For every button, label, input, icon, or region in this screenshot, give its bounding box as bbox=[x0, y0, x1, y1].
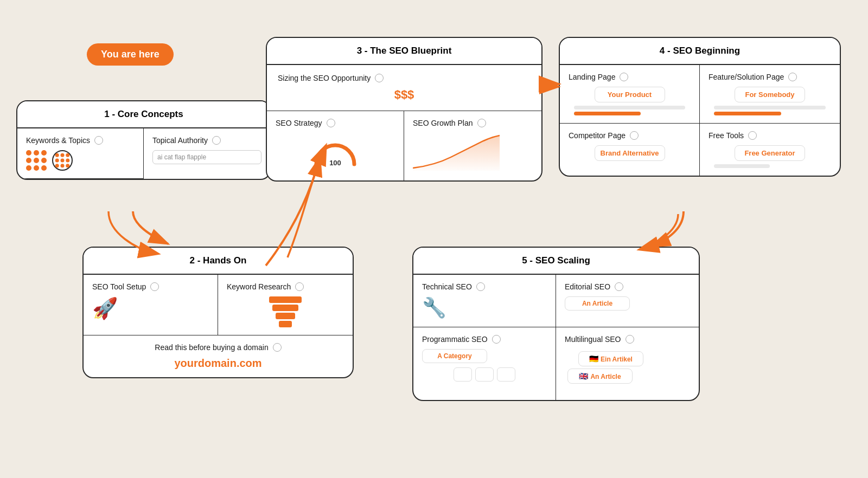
cell-topical: Topical Authority ai cat flap flapple bbox=[144, 128, 270, 179]
sizing-value: $$$ bbox=[278, 88, 531, 102]
growth-chart bbox=[413, 133, 533, 173]
free-tools-value: Free Generator bbox=[735, 145, 805, 161]
strategy-label: SEO Strategy bbox=[276, 119, 322, 127]
cell-landing: Landing Page Your Product bbox=[560, 65, 700, 124]
topical-input[interactable]: ai cat flap flapple bbox=[152, 150, 261, 164]
wrench-icon: 🔧 bbox=[422, 296, 547, 319]
cell-strategy: SEO Strategy 100 bbox=[267, 111, 404, 180]
cell-sizing: Sizing the SEO Opportunity $$$ bbox=[267, 65, 541, 111]
keywords-check bbox=[94, 136, 103, 145]
topical-check bbox=[212, 136, 221, 145]
domain-check bbox=[273, 343, 282, 352]
cell-keywords: Keywords & Topics bbox=[17, 128, 144, 179]
card-seo-blueprint: 3 - The SEO Blueprint Sizing the SEO Opp… bbox=[266, 37, 542, 182]
rocket-icon: 🚀 bbox=[92, 296, 209, 320]
sizing-check bbox=[375, 74, 384, 82]
cell-competitor: Competitor Page Brand Alternative bbox=[560, 124, 700, 176]
feature-value: For Somebody bbox=[735, 87, 805, 102]
technical-check bbox=[476, 282, 485, 291]
competitor-check bbox=[630, 131, 639, 140]
competitor-label: Competitor Page bbox=[569, 131, 626, 140]
card-core-concepts: 1 - Core Concepts Keywords & Topics bbox=[16, 100, 271, 180]
editorial-value: An Article bbox=[565, 296, 630, 311]
seo-tool-label: SEO Tool Setup bbox=[92, 282, 146, 291]
card4-title: 4 - SEO Beginning bbox=[560, 38, 840, 65]
cat-box-1 bbox=[454, 367, 472, 382]
keywords-label: Keywords & Topics bbox=[26, 136, 90, 145]
gauge-icon: 100 bbox=[276, 133, 395, 171]
programmatic-check bbox=[492, 335, 501, 344]
cell-multilingual: Multilingual SEO 🇩🇪Ein Artikel 🇬🇧An Arti… bbox=[556, 327, 699, 400]
multilingual-label: Multilingual SEO bbox=[565, 335, 621, 344]
programmatic-label: Programmatic SEO bbox=[422, 335, 488, 344]
strategy-check bbox=[327, 119, 335, 127]
english-flag: 🇬🇧 bbox=[579, 372, 588, 380]
funnel-icon bbox=[227, 296, 344, 327]
multilingual-value1: 🇩🇪Ein Artikel bbox=[578, 351, 643, 366]
card1-title: 1 - Core Concepts bbox=[17, 101, 270, 128]
competitor-value: Brand Alternative bbox=[595, 145, 665, 161]
free-tools-label: Free Tools bbox=[709, 131, 744, 140]
cell-technical: Technical SEO 🔧 bbox=[413, 275, 556, 327]
circle-dot-grid bbox=[52, 150, 73, 171]
feature-line1 bbox=[714, 106, 826, 109]
seo-tool-check bbox=[150, 282, 159, 291]
cat-box-3 bbox=[497, 367, 515, 382]
card-seo-scaling: 5 - SEO Scaling Technical SEO 🔧 Editoria… bbox=[412, 247, 700, 401]
free-tools-check bbox=[748, 131, 757, 140]
free-tools-line bbox=[714, 164, 770, 168]
card-hands-on: 2 - Hands On SEO Tool Setup 🚀 Keyword Re… bbox=[82, 247, 354, 378]
cell-growth: SEO Growth Plan bbox=[404, 111, 541, 180]
multilingual-value2: 🇬🇧An Article bbox=[567, 369, 633, 384]
feature-line2 bbox=[714, 112, 781, 115]
growth-check bbox=[477, 119, 486, 127]
programmatic-value: A Category bbox=[422, 349, 487, 363]
feature-check bbox=[788, 73, 797, 81]
landing-check bbox=[620, 73, 628, 81]
sizing-label: Sizing the SEO Opportunity bbox=[278, 74, 371, 82]
cell-programmatic: Programmatic SEO A Category bbox=[413, 327, 556, 400]
landing-value: Your Product bbox=[595, 87, 665, 102]
svg-text:100: 100 bbox=[329, 159, 341, 167]
card3-title: 3 - The SEO Blueprint bbox=[267, 38, 541, 65]
multilingual-check bbox=[626, 335, 634, 344]
cat-box-2 bbox=[475, 367, 494, 382]
landing-label: Landing Page bbox=[569, 73, 615, 81]
card5-title: 5 - SEO Scaling bbox=[413, 248, 699, 275]
you-are-here-badge: You are here bbox=[87, 43, 174, 66]
card-seo-beginning: 4 - SEO Beginning Landing Page Your Prod… bbox=[559, 37, 841, 177]
topical-label: Topical Authority bbox=[152, 136, 208, 145]
domain-value: yourdomain.com bbox=[92, 357, 344, 370]
german-flag: 🇩🇪 bbox=[589, 354, 598, 363]
keyword-research-label: Keyword Research bbox=[227, 282, 291, 291]
landing-line1 bbox=[574, 106, 685, 109]
domain-label: Read this before buying a domain bbox=[155, 343, 268, 352]
cell-editorial: Editorial SEO An Article bbox=[556, 275, 699, 327]
category-boxes bbox=[422, 367, 547, 382]
landing-line2 bbox=[574, 112, 641, 115]
cell-feature: Feature/Solution Page For Somebody bbox=[700, 65, 840, 124]
multilingual-stack: 🇩🇪Ein Artikel 🇬🇧An Article bbox=[565, 349, 690, 392]
feature-label: Feature/Solution Page bbox=[709, 73, 784, 81]
technical-label: Technical SEO bbox=[422, 282, 472, 291]
cell-domain: Read this before buying a domain yourdom… bbox=[84, 335, 353, 377]
editorial-check bbox=[615, 282, 623, 291]
dot-grid-1 bbox=[26, 150, 47, 171]
cell-free-tools: Free Tools Free Generator bbox=[700, 124, 840, 176]
cell-seo-tool: SEO Tool Setup 🚀 bbox=[84, 275, 218, 335]
editorial-label: Editorial SEO bbox=[565, 282, 610, 291]
cell-keyword-research: Keyword Research bbox=[218, 275, 353, 335]
card2-title: 2 - Hands On bbox=[84, 248, 353, 275]
growth-label: SEO Growth Plan bbox=[413, 119, 473, 127]
keyword-check bbox=[295, 282, 304, 291]
